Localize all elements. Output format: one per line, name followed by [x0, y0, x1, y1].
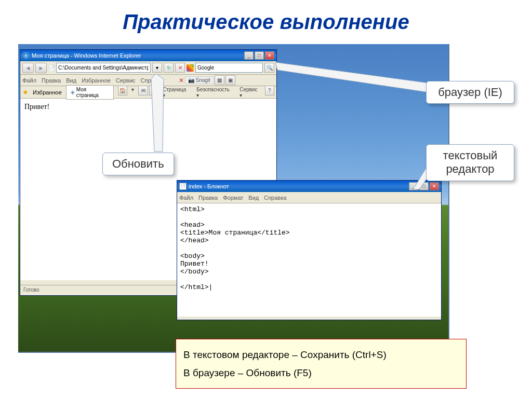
page-icon: 📄: [48, 65, 55, 71]
favorites-label[interactable]: Избранное: [33, 89, 62, 95]
help-icon[interactable]: ?: [265, 86, 274, 95]
instruction-line-1: В текстовом редакторе – Сохранить (Ctrl+…: [183, 346, 459, 364]
callout-editor: текстовый редактор: [426, 144, 514, 181]
pointer-browser: [275, 62, 431, 99]
minimize-button[interactable]: _: [244, 51, 254, 60]
notepad-text-area[interactable]: <html> <head> <title>Моя страница</title…: [177, 203, 441, 317]
favorites-star-icon[interactable]: ★: [22, 88, 29, 96]
back-button[interactable]: ◄: [22, 63, 34, 73]
home-icon[interactable]: 🏠: [118, 86, 127, 95]
notepad-window: 📄 index - Блокнот _ □ ✕ Файл Правка Форм…: [177, 180, 442, 320]
callout-browser: браузер (IE): [426, 81, 514, 104]
ie-icon: e: [22, 52, 30, 59]
search-button[interactable]: 🔍: [264, 63, 274, 73]
forward-button[interactable]: ►: [35, 63, 47, 73]
maximize-button[interactable]: □: [255, 51, 264, 60]
instruction-line-2: В браузере – Обновить (F5): [183, 364, 459, 382]
slide-title: Практическое выполнение: [0, 0, 532, 39]
instructions-box: В текстовом редакторе – Сохранить (Ctrl+…: [176, 339, 467, 389]
feeds-icon[interactable]: ▾: [128, 86, 137, 99]
address-input[interactable]: [56, 63, 151, 73]
search-input[interactable]: [195, 63, 263, 73]
notepad-icon: 📄: [179, 183, 187, 190]
notepad-menu-bar: Файл Правка Формат Вид Справка: [177, 192, 441, 203]
ie-address-row: ◄ ► 📄 ▾ ↻ ✕ 🔍: [20, 61, 276, 75]
snagit-menu-icon[interactable]: ▦: [215, 75, 224, 85]
menu-file[interactable]: Файл: [22, 77, 36, 84]
notepad-menu-help[interactable]: Справка: [264, 195, 286, 201]
menu-view[interactable]: Вид: [66, 77, 76, 84]
notepad-menu-format[interactable]: Формат: [223, 195, 243, 201]
svg-marker-0: [151, 74, 164, 152]
ie-titlebar[interactable]: e Моя страница - Windows Internet Explor…: [20, 50, 276, 61]
go-button[interactable]: ▾: [152, 63, 162, 73]
tb-safety[interactable]: Безопасность ▾: [193, 86, 235, 99]
menu-edit[interactable]: Правка: [42, 77, 61, 84]
snagit-button[interactable]: 📷 Snagit: [185, 76, 214, 84]
snagit-window-icon[interactable]: ▣: [225, 75, 235, 85]
notepad-titlebar[interactable]: 📄 index - Блокнот _ □ ✕: [177, 181, 441, 192]
pointer-refresh: [148, 74, 174, 157]
tab-page-icon: ◈: [71, 89, 75, 95]
notepad-menu-view[interactable]: Вид: [248, 195, 259, 201]
callout-refresh: Обновить: [102, 153, 174, 175]
mail-icon[interactable]: ✉: [138, 86, 148, 95]
refresh-button[interactable]: ↻: [164, 63, 174, 73]
close-x-icon[interactable]: ✕: [179, 77, 184, 84]
stop-button[interactable]: ✕: [175, 63, 185, 73]
close-button[interactable]: ✕: [265, 51, 274, 60]
notepad-menu-file[interactable]: Файл: [179, 195, 193, 201]
menu-tools[interactable]: Сервис: [116, 77, 136, 84]
notepad-menu-edit[interactable]: Правка: [198, 195, 218, 201]
svg-marker-1: [275, 62, 429, 92]
google-icon: [187, 64, 194, 72]
tab-my-page[interactable]: ◈ Моя страница: [66, 85, 114, 100]
tb-service[interactable]: Сервис ▾: [236, 86, 263, 99]
menu-favorites[interactable]: Избранное: [82, 77, 111, 84]
ie-window-title: Моя страница - Windows Internet Explorer: [32, 52, 141, 59]
notepad-title: index - Блокнот: [189, 183, 229, 189]
